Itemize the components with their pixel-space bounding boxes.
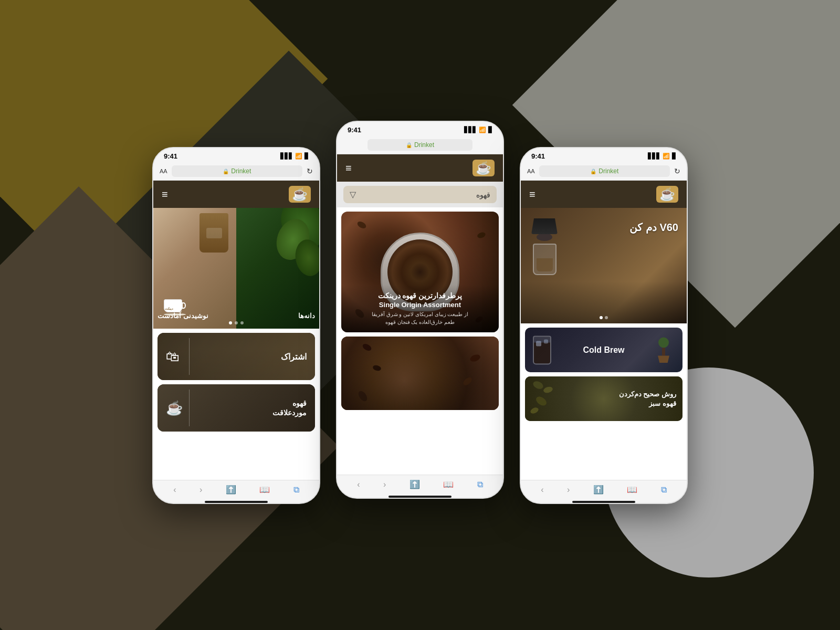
share-btn-left[interactable]: ⬆️ [226, 485, 236, 495]
status-bar-left: 9:41 ▋▋▋ 📶 ▊ [153, 148, 319, 162]
app-logo-middle: ☕ [472, 160, 495, 176]
slider-dots-left [229, 321, 244, 324]
phones-container: 9:41 ▋▋▋ 📶 ▊ AA 🔒 Drinket ↻ ≡ ☕ [0, 0, 840, 630]
phone-content-left: دینکت نوشیدنی آمادست [153, 208, 319, 480]
card-favorite[interactable]: قهوهموردعلاقت ☕ [158, 384, 315, 432]
product-info-1: پرطرفدارترین قهوه درینکت Single Origin A… [341, 285, 499, 332]
bottom-toolbar-left: ‹ › ⬆️ 📖 ⧉ [153, 480, 319, 499]
wifi-icon-middle: 📶 [479, 127, 486, 133]
search-container: ▽ قهوه [337, 182, 503, 207]
cold-brew-label: Cold Brew [583, 345, 624, 355]
card-favorite-divider [189, 390, 190, 426]
status-icons-left: ▋▋▋ 📶 ▊ [280, 153, 309, 160]
right-hero-dots [600, 316, 608, 319]
share-btn-right[interactable]: ⬆️ [593, 485, 604, 495]
wifi-icon-right: 📶 [663, 153, 670, 160]
bookmarks-btn-middle[interactable]: 📖 [443, 479, 454, 489]
right-hero-text: V60 دم کن [629, 221, 678, 234]
hero-text-left: نوشیدنی آمادست [158, 310, 208, 321]
tabs-btn-middle[interactable]: ⧉ [477, 480, 483, 489]
product-card-1[interactable]: پرطرفدارترین قهوه درینکت Single Origin A… [341, 212, 499, 332]
home-indicator-middle [388, 496, 452, 498]
reload-icon-left[interactable]: ↻ [307, 167, 313, 175]
card-subscribe-divider [189, 338, 190, 375]
status-bar-middle: 9:41 ▋▋▋ 📶 ▊ [337, 122, 503, 136]
green-coffee-label: روش صحیح دم‌کردنقهوه سبز [619, 389, 676, 408]
battery-icon-right: ▊ [672, 153, 676, 160]
hero-text-right: دانه‌ها [298, 310, 315, 321]
filter-icon[interactable]: ▽ [350, 190, 356, 200]
signal-icon-right: ▋▋▋ [648, 153, 660, 160]
back-btn-middle[interactable]: ‹ [357, 480, 360, 489]
forward-btn-right[interactable]: › [567, 485, 570, 495]
time-left: 9:41 [164, 152, 177, 160]
hamburger-middle[interactable]: ≡ [345, 162, 352, 174]
lock-icon-right: 🔒 [590, 169, 596, 174]
brand-name-left: Drinket [231, 167, 251, 175]
home-indicator-right [572, 501, 635, 503]
dot-2 [235, 321, 238, 324]
wifi-icon-left: 📶 [295, 153, 302, 160]
cards-section-left: اشتراک 🛍 قهوهموردعلاقت ☕ [153, 329, 319, 480]
card-favorite-label: قهوهموردعلاقت [272, 398, 307, 417]
app-logo-right: ☕ [656, 186, 678, 203]
card-subscribe-icon: 🛍 [166, 349, 180, 365]
dot-1 [229, 321, 232, 324]
app-logo-left: ☕ [289, 186, 311, 203]
bottom-toolbar-right: ‹ › ⬆️ 📖 ⧉ [521, 480, 687, 499]
card-cold-brew[interactable]: Cold Brew [525, 328, 682, 372]
home-indicator-left [205, 501, 268, 503]
browser-bar-right: AA 🔒 Drinket ↻ [521, 162, 687, 181]
phone-content-middle: پرطرفدارترین قهوه درینکت Single Origin A… [337, 207, 503, 475]
address-bar-middle[interactable]: 🔒 Drinket [368, 139, 472, 151]
right-hero: V60 دم کن [521, 208, 687, 323]
app-nav-left: ≡ ☕ [153, 181, 319, 208]
forward-btn-middle[interactable]: › [383, 480, 386, 489]
signal-icon-left: ▋▋▋ [280, 153, 293, 160]
tabs-btn-left[interactable]: ⧉ [293, 485, 299, 495]
browser-bar-left: AA 🔒 Drinket ↻ [153, 162, 319, 181]
aa-label-right: AA [527, 168, 535, 174]
product-desc-1: از طبیعت زیبای امریکای لاتین و شرق آفریق… [348, 310, 492, 326]
card-subscribe[interactable]: اشتراک 🛍 [158, 333, 315, 380]
right-cards: Cold Brew روش صحیح دم‌کردنقهوه سبز [521, 323, 687, 480]
right-dot-1 [600, 316, 603, 319]
brand-name-right: Drinket [598, 167, 618, 175]
product-overlay-2 [341, 337, 499, 410]
product-card-2[interactable] [341, 337, 499, 410]
share-btn-middle[interactable]: ⬆️ [410, 479, 420, 489]
hero-half-right: دانه‌ها [236, 208, 319, 329]
battery-icon-left: ▊ [304, 153, 309, 160]
card-green-coffee[interactable]: روش صحیح دم‌کردنقهوه سبز [525, 376, 682, 421]
back-btn-left[interactable]: ‹ [173, 485, 176, 495]
battery-icon-middle: ▊ [488, 127, 492, 133]
reload-icon-right[interactable]: ↻ [674, 167, 680, 175]
address-bar-right[interactable]: 🔒 Drinket [539, 165, 670, 177]
address-bar-left[interactable]: 🔒 Drinket [172, 165, 302, 177]
card-subscribe-label: اشتراک [281, 352, 307, 362]
phone-content-right: V60 دم کن [521, 208, 687, 480]
product-image-2 [341, 337, 499, 410]
hero-slider-left: دینکت نوشیدنی آمادست [153, 208, 319, 329]
back-btn-right[interactable]: ‹ [541, 485, 543, 495]
hero-half-left: دینکت نوشیدنی آمادست [153, 208, 236, 329]
hamburger-right[interactable]: ≡ [529, 188, 536, 201]
hamburger-left[interactable]: ≡ [162, 188, 168, 201]
app-nav-right: ≡ ☕ [521, 181, 687, 208]
tabs-btn-right[interactable]: ⧉ [661, 485, 667, 495]
product-title-en-1: Single Origin Assortment [348, 301, 492, 309]
search-bar[interactable]: ▽ قهوه [343, 186, 497, 203]
forward-btn-left[interactable]: › [200, 485, 202, 495]
status-icons-middle: ▋▋▋ 📶 ▊ [464, 127, 492, 133]
aa-label-left: AA [160, 168, 167, 174]
phone-right: 9:41 ▋▋▋ 📶 ▊ AA 🔒 Drinket ↻ ≡ ☕ [520, 147, 688, 504]
time-right: 9:41 [531, 152, 545, 160]
bottom-toolbar-middle: ‹ › ⬆️ 📖 ⧉ [337, 475, 503, 494]
search-text: قهوه [360, 191, 490, 199]
phone-middle: 9:41 ▋▋▋ 📶 ▊ 🔒 Drinket ≡ ☕ ▽ قهوه [336, 121, 504, 499]
bookmarks-btn-left[interactable]: 📖 [259, 485, 270, 495]
bookmarks-btn-right[interactable]: 📖 [627, 485, 637, 495]
lock-icon-left: 🔒 [223, 169, 229, 174]
status-icons-right: ▋▋▋ 📶 ▊ [648, 153, 676, 160]
dot-3 [240, 321, 244, 324]
